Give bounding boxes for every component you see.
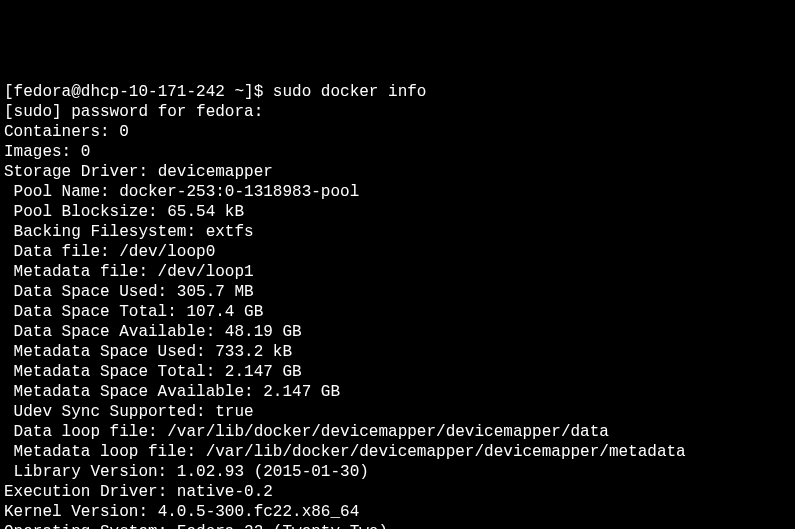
output-line: Library Version: 1.02.93 (2015-01-30)	[4, 462, 791, 482]
output-line: Udev Sync Supported: true	[4, 402, 791, 422]
prompt-line: [fedora@dhcp-10-171-242 ~]$ sudo docker …	[4, 82, 791, 102]
output-line: Metadata file: /dev/loop1	[4, 262, 791, 282]
output-line: Pool Name: docker-253:0-1318983-pool	[4, 182, 791, 202]
output-line: Data Space Available: 48.19 GB	[4, 322, 791, 342]
output-line: Operating System: Fedora 22 (Twenty Two)	[4, 522, 791, 529]
output-line: Images: 0	[4, 142, 791, 162]
output-line: Metadata Space Available: 2.147 GB	[4, 382, 791, 402]
sudo-prompt: [sudo] password for fedora:	[4, 102, 791, 122]
output-line: Containers: 0	[4, 122, 791, 142]
output-line: Kernel Version: 4.0.5-300.fc22.x86_64	[4, 502, 791, 522]
output-line: Data Space Used: 305.7 MB	[4, 282, 791, 302]
output-line: Metadata loop file: /var/lib/docker/devi…	[4, 442, 791, 462]
output-line: Storage Driver: devicemapper	[4, 162, 791, 182]
output-line: Pool Blocksize: 65.54 kB	[4, 202, 791, 222]
output-line: Metadata Space Used: 733.2 kB	[4, 342, 791, 362]
output-line: Metadata Space Total: 2.147 GB	[4, 362, 791, 382]
output-line: Data loop file: /var/lib/docker/devicema…	[4, 422, 791, 442]
output-line: Execution Driver: native-0.2	[4, 482, 791, 502]
output-line: Data Space Total: 107.4 GB	[4, 302, 791, 322]
terminal-output[interactable]: [fedora@dhcp-10-171-242 ~]$ sudo docker …	[4, 82, 791, 529]
output-line: Data file: /dev/loop0	[4, 242, 791, 262]
output-line: Backing Filesystem: extfs	[4, 222, 791, 242]
